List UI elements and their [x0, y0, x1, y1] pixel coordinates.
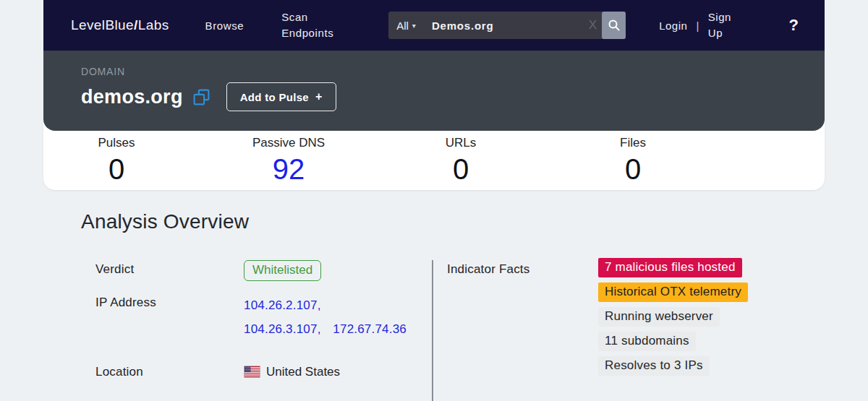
stat-value: 0	[375, 153, 547, 186]
ip-address-label: IP Address	[95, 293, 244, 341]
stat-passive-dns[interactable]: Passive DNS 92	[203, 136, 375, 186]
ip-link[interactable]: 104.26.3.107,	[244, 322, 321, 336]
stats-band: Pulses 0 Passive DNS 92 URLs 0 Files 0	[43, 121, 825, 190]
fact-badge-subdomains: 11 subdomains	[598, 332, 696, 351]
analysis-left-column: Verdict Whitelisted IP Address 104.26.2.…	[43, 260, 432, 401]
stat-label: URLs	[375, 136, 547, 150]
signup-link[interactable]: Sign Up	[708, 9, 740, 41]
plus-icon: +	[315, 90, 323, 103]
ip-link[interactable]: 172.67.74.36	[333, 322, 407, 336]
analysis-right-column: Indicator Facts 7 malicious files hosted…	[433, 260, 825, 401]
stat-value: 92	[203, 153, 375, 186]
nav-scan-endpoints-link[interactable]: Scan Endpoints	[281, 9, 351, 41]
indicator-facts-row: Indicator Facts 7 malicious files hosted…	[447, 260, 825, 392]
auth-separator: |	[696, 20, 699, 32]
verdict-badge: Whitelisted	[244, 260, 321, 281]
logo-suffix: Labs	[138, 17, 169, 33]
location-label: Location	[95, 363, 244, 379]
stat-label: Passive DNS	[203, 136, 375, 150]
help-icon[interactable]: ?	[789, 16, 807, 35]
add-to-pulse-label: Add to Pulse	[240, 91, 309, 103]
fact-badge-webserver: Running webserver	[598, 307, 720, 327]
copy-icon[interactable]	[192, 88, 210, 106]
page-title: demos.org	[81, 86, 183, 108]
logo-brand: LevelBlue	[71, 17, 134, 33]
chevron-down-icon: ▾	[412, 22, 416, 30]
location-row: Location	[95, 363, 432, 379]
fact-badge-malicious-files: 7 malicious files hosted	[598, 258, 742, 277]
indicator-facts-label: Indicator Facts	[447, 260, 598, 392]
search-scope-value: All	[396, 20, 409, 32]
verdict-label: Verdict	[95, 260, 244, 281]
domain-header: DOMAIN demos.org Add to Pulse +	[43, 51, 825, 131]
app-panel: LevelBlue/Labs Browse Scan Endpoints All…	[43, 0, 825, 190]
add-to-pulse-button[interactable]: Add to Pulse +	[226, 82, 336, 111]
stat-label: Files	[547, 136, 719, 150]
location-value: United States	[266, 365, 340, 379]
auth-links: Login | Sign Up	[659, 9, 740, 41]
search-input[interactable]	[422, 20, 586, 32]
stat-value: 0	[43, 153, 203, 186]
us-flag-icon	[244, 366, 260, 378]
indicator-type-label: DOMAIN	[81, 66, 825, 77]
stat-urls[interactable]: URLs 0	[375, 136, 547, 186]
search-button[interactable]	[602, 12, 626, 39]
levelblue-labs-logo[interactable]: LevelBlue/Labs	[71, 17, 169, 33]
nav-browse-link[interactable]: Browse	[205, 20, 244, 32]
stat-label: Pulses	[43, 136, 203, 150]
top-navbar: LevelBlue/Labs Browse Scan Endpoints All…	[43, 0, 825, 51]
ip-address-row: IP Address 104.26.2.107, 104.26.3.107, 1…	[95, 293, 432, 341]
ip-link[interactable]: 104.26.2.107,	[244, 298, 321, 312]
stat-value: 0	[547, 153, 719, 186]
stat-pulses[interactable]: Pulses 0	[43, 136, 203, 186]
search-icon	[608, 19, 621, 32]
verdict-row: Verdict Whitelisted	[95, 260, 432, 281]
search-box: All ▾ X	[388, 12, 626, 39]
search-clear-icon[interactable]: X	[586, 18, 602, 33]
section-heading: Analysis Overview	[43, 210, 825, 233]
fact-badge-resolves-ips: Resolves to 3 IPs	[598, 356, 710, 376]
search-scope-dropdown[interactable]: All ▾	[388, 20, 422, 32]
fact-badge-otx-telemetry: Historical OTX telemetry	[598, 283, 748, 302]
analysis-overview-section: Analysis Overview Verdict Whitelisted IP…	[43, 190, 825, 401]
stat-files[interactable]: Files 0	[547, 136, 719, 186]
login-link[interactable]: Login	[659, 20, 687, 32]
